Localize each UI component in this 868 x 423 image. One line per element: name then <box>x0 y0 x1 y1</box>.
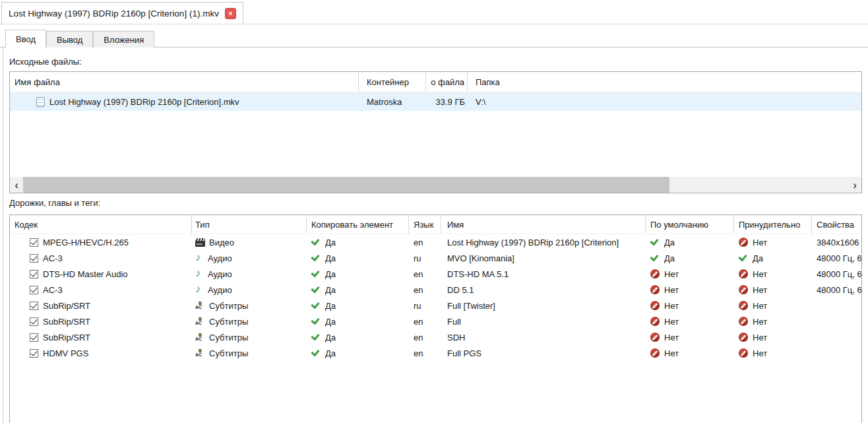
audio-icon <box>195 286 204 294</box>
copy-label: Да <box>325 333 336 342</box>
track-name: Full [Twister] <box>441 298 646 313</box>
track-checkbox[interactable] <box>30 254 38 263</box>
yes-icon <box>311 269 321 278</box>
audio-icon <box>195 254 204 263</box>
track-properties <box>812 329 861 345</box>
scroll-left-icon[interactable]: ‹ <box>10 177 23 193</box>
track-row[interactable]: DTS-HD Master Audio Аудио Да en DTS-HD M… <box>10 266 861 282</box>
tab-strip: Ввод Вывод Вложения <box>0 30 868 48</box>
track-checkbox[interactable] <box>30 333 38 342</box>
track-row[interactable]: SubRip/SRT Субтитры Да ru Full [Twister]… <box>10 298 861 313</box>
default-label: Нет <box>664 285 679 295</box>
track-properties <box>812 345 861 361</box>
track-checkbox[interactable] <box>30 349 38 358</box>
copy-flag: Да <box>307 313 409 329</box>
yes-icon <box>311 317 321 326</box>
track-codec: SubRip/SRT <box>43 301 90 311</box>
no-icon <box>739 348 748 358</box>
no-icon <box>650 348 660 358</box>
source-files-table: Имя файла Контейнер о файла Папка Lost H… <box>9 71 862 193</box>
track-codec: AC-3 <box>43 285 63 295</box>
copy-flag: Да <box>307 234 409 250</box>
copy-flag: Да <box>307 345 409 361</box>
checkmark-icon <box>31 317 38 324</box>
tab-attachments[interactable]: Вложения <box>93 31 154 48</box>
track-checkbox[interactable] <box>30 238 38 247</box>
default-flag: Да <box>646 250 734 266</box>
video-icon <box>195 238 205 247</box>
column-header-properties: Свойства <box>812 215 861 234</box>
scrollbar-track[interactable] <box>23 177 848 193</box>
source-files-header: Имя файла Контейнер о файла Папка <box>10 72 861 92</box>
column-header-codec: Кодек <box>10 215 192 234</box>
track-type: Аудио <box>208 269 232 279</box>
track-type: Аудио <box>208 253 232 263</box>
yes-icon <box>311 253 321 263</box>
track-row[interactable]: MPEG-H/HEVC/H.265 Видео Да en Lost Highw… <box>10 234 861 250</box>
track-row[interactable]: AC-3 Аудио Да ru MVO [Kinomania] Да Да 4… <box>10 250 861 266</box>
checkmark-icon <box>31 254 38 261</box>
track-row[interactable]: AC-3 Аудио Да en DD 5.1 Нет Нет 48000 Гц… <box>10 282 861 298</box>
subtitles-icon <box>195 317 205 326</box>
column-header-file-name: Имя файла <box>10 72 359 92</box>
track-codec: DTS-HD Master Audio <box>43 269 128 279</box>
forced-flag: Нет <box>734 313 812 329</box>
default-label: Да <box>664 253 675 263</box>
default-label: Нет <box>664 301 679 311</box>
close-icon[interactable]: × <box>225 8 236 19</box>
track-row[interactable]: HDMV PGS Субтитры Да en Full PGS Нет Нет <box>10 345 861 361</box>
default-label: Нет <box>664 269 679 279</box>
track-language: ru <box>409 298 441 313</box>
track-name: Lost Highway (1997) BDRip 2160p [Criteri… <box>441 234 646 250</box>
track-language: en <box>409 266 441 282</box>
track-name: DTS-HD MA 5.1 <box>441 266 646 282</box>
yes-icon <box>311 333 321 342</box>
forced-flag: Нет <box>734 282 812 298</box>
track-checkbox[interactable] <box>30 317 38 326</box>
column-header-file-size: о файла <box>426 72 468 92</box>
forced-flag: Да <box>734 250 812 266</box>
track-checkbox[interactable] <box>30 302 38 310</box>
no-icon <box>739 285 748 294</box>
file-folder: V:\ <box>468 92 861 111</box>
forced-flag: Нет <box>734 298 812 313</box>
file-row[interactable]: Lost Highway (1997) BDRip 2160p [Criteri… <box>10 92 861 111</box>
column-header-language: Язык <box>409 215 441 234</box>
track-properties <box>812 313 861 329</box>
scrollbar-thumb[interactable] <box>23 177 669 193</box>
no-icon <box>739 238 748 247</box>
default-flag: Нет <box>646 298 734 313</box>
track-language: en <box>409 282 441 298</box>
tab-attachments-label: Вложения <box>104 35 144 45</box>
copy-label: Да <box>325 253 336 263</box>
forced-label: Нет <box>753 301 767 311</box>
tab-input-label: Ввод <box>16 34 36 44</box>
file-tab[interactable]: Lost Highway (1997) BDRip 2160p [Criteri… <box>1 2 243 24</box>
subtitles-icon <box>195 302 205 310</box>
checkmark-icon <box>31 270 38 277</box>
yes-icon <box>311 285 321 294</box>
track-type: Субтитры <box>209 333 248 342</box>
track-language: en <box>409 313 441 329</box>
tab-input[interactable]: Ввод <box>5 30 46 48</box>
track-language: en <box>409 234 441 250</box>
source-files-body: Lost Highway (1997) BDRip 2160p [Criteri… <box>10 92 861 111</box>
track-checkbox[interactable] <box>30 286 38 294</box>
copy-flag: Да <box>307 250 409 266</box>
tab-output[interactable]: Вывод <box>46 31 93 48</box>
yes-icon <box>311 301 321 310</box>
copy-label: Да <box>325 317 336 327</box>
track-properties: 48000 Гц, 6 <box>812 282 861 298</box>
forced-flag: Нет <box>734 266 812 282</box>
track-row[interactable]: SubRip/SRT Субтитры Да en Full Нет Нет <box>10 313 861 329</box>
track-checkbox[interactable] <box>30 270 38 278</box>
track-codec: SubRip/SRT <box>43 333 90 342</box>
default-label: Нет <box>664 348 679 358</box>
copy-flag: Да <box>307 266 409 282</box>
scroll-right-icon[interactable]: › <box>848 177 861 193</box>
forced-label: Нет <box>753 238 767 247</box>
tab-pane-border <box>3 48 3 423</box>
horizontal-scrollbar[interactable]: ‹ › <box>10 177 861 193</box>
no-icon <box>650 317 660 326</box>
track-row[interactable]: SubRip/SRT Субтитры Да en SDH Нет Нет <box>10 329 861 345</box>
